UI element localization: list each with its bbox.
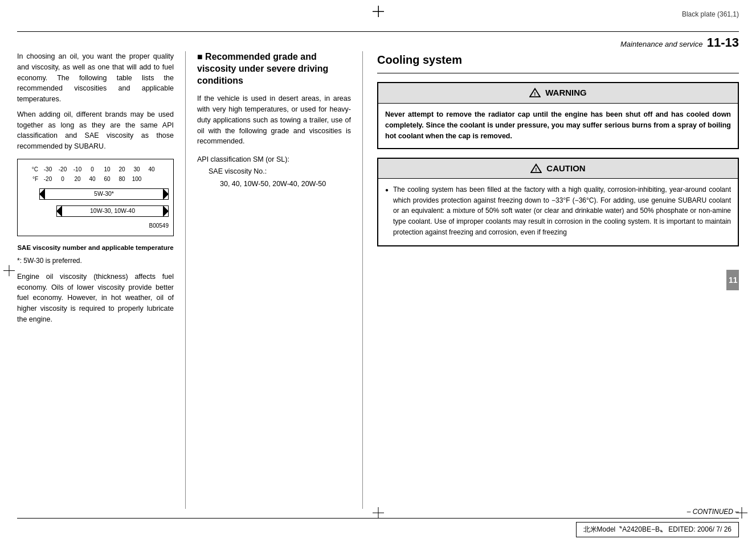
- f-val-5: 60: [100, 175, 115, 183]
- mid-heading: Recommended grade and viscosity under se…: [197, 51, 351, 87]
- top-rule: [17, 31, 739, 32]
- closing-paragraph: Engine oil viscosity (thickness) affects…: [17, 272, 174, 325]
- c-val-3: -10: [70, 165, 85, 174]
- crosshair-top-center: [373, 6, 384, 17]
- caution-triangle-icon: !: [530, 163, 542, 174]
- fahrenheit-scale-row: °F -20 0 20 40 60 80 100: [22, 175, 169, 183]
- model-code-box: 北米Model〝A2420BE−B〟 EDITED: 2006/ 7/ 26: [576, 522, 739, 537]
- left-arrow-10w30: [56, 205, 62, 217]
- f-val-7: 100: [129, 175, 144, 183]
- api-info: API classification SM (or SL): SAE visco…: [197, 154, 351, 190]
- crosshair-left-mid: [3, 265, 15, 278]
- caution-label: CAUTION: [546, 162, 585, 175]
- viscosity-chart: °C -30 -20 -10 0 10 20 30 40 °F: [17, 159, 174, 236]
- page-container: Black plate (361,1) Maintenance and serv…: [0, 0, 756, 543]
- crosshair-icon: [3, 265, 15, 277]
- c-val-4: 0: [85, 165, 100, 174]
- right-arrow-10w30: [163, 205, 169, 217]
- model-code: 北米Model〝A2420BE−B〟 EDITED: 2006/ 7/ 26: [583, 525, 732, 533]
- fahrenheit-label: °F: [22, 175, 38, 183]
- warning-header: ! WARNING: [378, 83, 738, 104]
- warning-label: WARNING: [545, 87, 587, 100]
- api-label: API classification SM (or SL):: [197, 154, 351, 166]
- celsius-label: °C: [22, 165, 38, 174]
- intro-paragraph: In choosing an oil, you want the proper …: [17, 51, 174, 105]
- bar-5w30: 5W-30*: [39, 188, 169, 200]
- page-header: Maintenance and service 11-13: [620, 35, 739, 50]
- page-number: 11-13: [707, 35, 739, 50]
- caution-item-1: The cooling system has been filled at th…: [385, 184, 731, 237]
- c-val-5: 10: [100, 165, 115, 174]
- crosshair-icon: [373, 6, 384, 17]
- caution-box: ! CAUTION The cooling system has been fi…: [377, 158, 739, 246]
- c-val-8: 40: [144, 165, 159, 174]
- bottom-bar: – CONTINUED – 北米Model〝A2420BE−B〟 EDITED:…: [17, 508, 739, 537]
- sae-values: 30, 40, 10W-50, 20W-40, 20W-50: [220, 178, 351, 190]
- plate-info: Black plate (361,1): [682, 10, 739, 18]
- section-title: Maintenance and service: [620, 40, 703, 48]
- right-column: Cooling system ! WARNING Never attempt t…: [366, 51, 739, 509]
- cooling-title: Cooling system: [377, 51, 739, 68]
- caution-list: The cooling system has been filled at th…: [385, 184, 731, 237]
- sae-label: SAE viscosity No.:: [209, 166, 351, 178]
- f-val-4: 40: [85, 175, 100, 183]
- c-val-2: -20: [55, 165, 70, 174]
- left-arrow-5w30: [39, 188, 45, 200]
- c-val-7: 30: [129, 165, 144, 174]
- bar-10w30: 10W-30, 10W-40: [56, 205, 169, 217]
- bar-5w30-container: 5W-30*: [39, 187, 169, 201]
- bar-10w30-container: 10W-30, 10W-40: [56, 204, 169, 219]
- footnote: *: 5W-30 is preferred.: [17, 256, 174, 266]
- main-content: In choosing an oil, you want the proper …: [17, 51, 739, 509]
- continued-text: – CONTINUED –: [17, 508, 739, 516]
- f-val-3: 20: [70, 175, 85, 183]
- mid-body: If the vehicle is used in desert areas, …: [197, 93, 351, 147]
- chart-code: B00549: [22, 221, 169, 230]
- c-val-6: 20: [115, 165, 129, 174]
- svg-text:!: !: [536, 166, 537, 172]
- middle-column: Recommended grade and viscosity under se…: [189, 51, 359, 509]
- celsius-values: -30 -20 -10 0 10 20 30 40: [40, 165, 159, 174]
- warning-box: ! WARNING Never attempt to remove the ra…: [377, 82, 739, 149]
- c-val-1: -30: [40, 165, 55, 174]
- chart-caption: SAE viscosity number and applicable temp…: [17, 243, 174, 252]
- chapter-tab: 11: [726, 270, 739, 290]
- adding-paragraph: When adding oil, different brands may be…: [17, 109, 174, 152]
- left-mid-divider: [185, 51, 186, 509]
- bottom-rule: [17, 518, 739, 519]
- svg-text:!: !: [534, 91, 536, 97]
- warning-body: Never attempt to remove the radiator cap…: [378, 104, 738, 148]
- right-arrow-5w30: [163, 188, 169, 200]
- caution-header: ! CAUTION: [378, 159, 738, 179]
- warning-triangle-icon: !: [529, 88, 541, 98]
- caution-body: The cooling system has been filled at th…: [378, 179, 738, 245]
- f-val-1: -20: [40, 175, 55, 183]
- f-val-6: 80: [115, 175, 129, 183]
- title-rule: [377, 73, 739, 73]
- f-val-2: 0: [55, 175, 70, 183]
- bar-10w30-label: 10W-30, 10W-40: [90, 207, 135, 216]
- bar-5w30-label: 5W-30*: [94, 190, 114, 199]
- fahrenheit-values: -20 0 20 40 60 80 100: [40, 175, 144, 183]
- bottom-content: 北米Model〝A2420BE−B〟 EDITED: 2006/ 7/ 26: [17, 522, 739, 537]
- left-column: In choosing an oil, you want the proper …: [17, 51, 182, 509]
- celsius-scale-row: °C -30 -20 -10 0 10 20 30 40: [22, 165, 169, 174]
- mid-right-divider: [362, 51, 363, 509]
